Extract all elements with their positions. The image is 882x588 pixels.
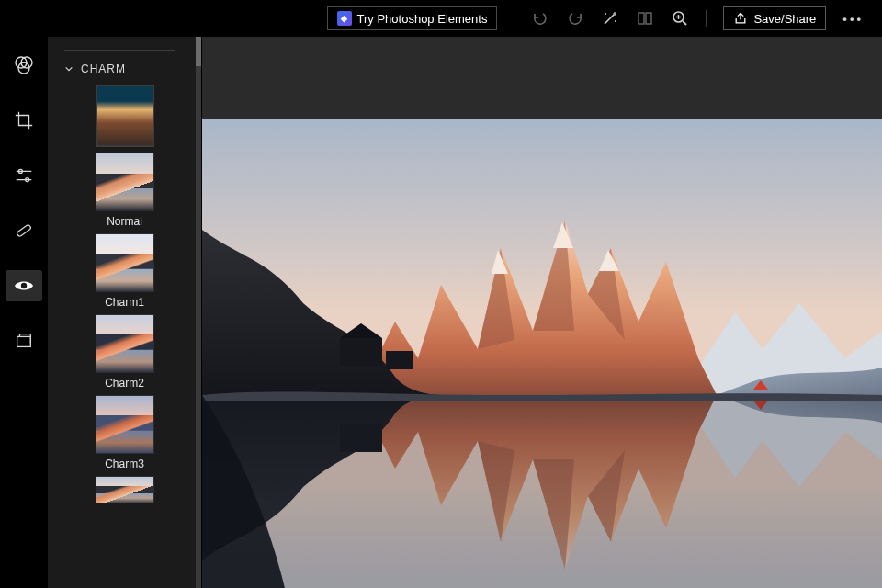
compare-button[interactable] bbox=[636, 9, 654, 28]
preset-thumbnail bbox=[96, 476, 154, 503]
main-area: CHARM Normal Charm1 Charm2 bbox=[0, 37, 882, 588]
preset-item[interactable] bbox=[89, 85, 161, 147]
undo-icon bbox=[531, 9, 549, 28]
preset-group-header[interactable]: CHARM bbox=[48, 37, 201, 85]
zoom-in-icon bbox=[671, 9, 689, 28]
preset-item-charm2[interactable]: Charm2 bbox=[89, 314, 161, 390]
share-icon bbox=[733, 11, 748, 26]
canvas-area bbox=[202, 37, 882, 588]
spot-heal-tool[interactable] bbox=[6, 215, 42, 246]
photo-content bbox=[202, 119, 882, 588]
sliders-icon bbox=[14, 165, 34, 186]
canvas-top-margin bbox=[202, 37, 882, 119]
save-share-button[interactable]: Save/Share bbox=[723, 6, 826, 30]
adjustments-tool[interactable] bbox=[6, 160, 42, 191]
redeye-tool[interactable] bbox=[6, 270, 42, 301]
app-root: ◆ Try Photoshop Elements bbox=[0, 0, 882, 588]
try-photoshop-elements-button[interactable]: ◆ Try Photoshop Elements bbox=[327, 6, 498, 30]
compare-icon bbox=[636, 9, 654, 28]
magic-wand-icon bbox=[601, 9, 619, 28]
top-toolbar: ◆ Try Photoshop Elements bbox=[0, 0, 882, 37]
svg-point-9 bbox=[21, 283, 27, 288]
preset-item-charm3[interactable]: Charm3 bbox=[89, 395, 161, 470]
image-canvas[interactable] bbox=[202, 119, 882, 588]
crop-icon bbox=[14, 110, 34, 130]
preset-thumbnail bbox=[96, 85, 154, 147]
crop-tool[interactable] bbox=[6, 105, 42, 136]
eye-icon bbox=[13, 275, 35, 297]
preset-thumbnail bbox=[96, 233, 154, 292]
preset-list: Normal Charm1 Charm2 Charm3 bbox=[48, 85, 201, 511]
looks-panel: CHARM Normal Charm1 Charm2 bbox=[48, 37, 202, 588]
preset-group-label: CHARM bbox=[81, 62, 126, 75]
svg-rect-0 bbox=[639, 13, 644, 24]
preset-thumbnail bbox=[96, 314, 154, 373]
save-button-label: Save/Share bbox=[753, 12, 816, 26]
preset-thumbnail bbox=[96, 153, 154, 211]
panel-scrollbar[interactable] bbox=[196, 37, 201, 588]
svg-rect-12 bbox=[340, 338, 382, 366]
left-tool-rail bbox=[0, 37, 48, 588]
zoom-button[interactable] bbox=[671, 9, 689, 28]
auto-enhance-button[interactable] bbox=[601, 9, 619, 28]
frames-icon bbox=[14, 331, 34, 351]
chevron-down-icon bbox=[64, 64, 74, 74]
svg-rect-8 bbox=[17, 224, 32, 237]
photoshop-elements-icon: ◆ bbox=[337, 11, 352, 26]
preset-item-charm1[interactable]: Charm1 bbox=[89, 233, 161, 309]
preset-item[interactable] bbox=[89, 476, 161, 503]
toolbar-divider bbox=[514, 10, 514, 27]
preset-item-normal[interactable]: Normal bbox=[89, 153, 161, 228]
svg-rect-1 bbox=[646, 13, 651, 24]
undo-button[interactable] bbox=[531, 9, 549, 28]
looks-tool[interactable] bbox=[6, 50, 42, 81]
border-tool[interactable] bbox=[6, 325, 42, 356]
redo-button[interactable] bbox=[566, 9, 584, 28]
preset-label: Charm3 bbox=[105, 458, 144, 470]
preset-label: Normal bbox=[107, 215, 142, 228]
svg-rect-17 bbox=[202, 395, 882, 401]
try-button-label: Try Photoshop Elements bbox=[357, 12, 488, 26]
toolbar-divider bbox=[706, 10, 707, 27]
looks-icon bbox=[13, 54, 35, 76]
redo-icon bbox=[566, 9, 584, 28]
preset-label: Charm2 bbox=[105, 377, 144, 390]
svg-rect-10 bbox=[17, 336, 31, 346]
more-menu-button[interactable]: ••• bbox=[842, 12, 864, 26]
bandage-icon bbox=[14, 220, 34, 241]
svg-rect-13 bbox=[386, 351, 413, 369]
preset-label: Charm1 bbox=[105, 296, 144, 309]
preset-thumbnail bbox=[96, 395, 154, 454]
svg-rect-16 bbox=[202, 395, 882, 588]
